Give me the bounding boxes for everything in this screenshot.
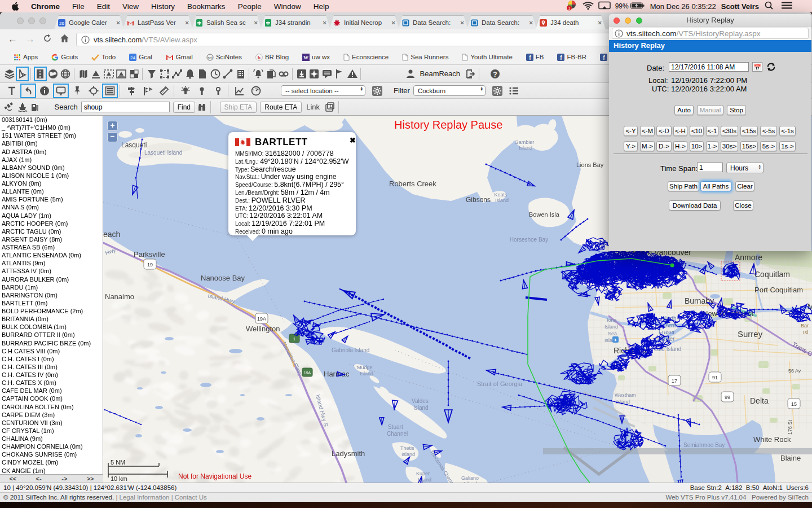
svg-text:?: ? [493, 70, 497, 78]
svg-text:Iona: Iona [607, 317, 617, 323]
svg-text:Nanaimo: Nanaimo [105, 292, 134, 301]
svg-text:W: W [303, 55, 308, 60]
svg-text:1: 1 [293, 337, 295, 341]
svg-text:Gabriola Island: Gabriola Island [332, 347, 369, 353]
svg-text:Parksville: Parksville [134, 250, 165, 259]
svg-text:24: 24 [130, 55, 135, 60]
svg-text:Gambier: Gambier [515, 139, 535, 145]
svg-text:Lions Bay: Lions Bay [576, 161, 604, 168]
svg-text:19A: 19A [257, 316, 266, 322]
svg-text:Port Coquitlam: Port Coquitlam [754, 286, 803, 294]
svg-text:Semiahmoo Bay: Semiahmoo Bay [683, 442, 725, 448]
svg-text:99: 99 [725, 395, 730, 400]
svg-text:Harmac: Harmac [324, 370, 350, 378]
svg-text:Strait of Georgia: Strait of Georgia [477, 380, 523, 387]
svg-text:Delta: Delta [750, 396, 769, 405]
svg-text:56 Av: 56 Av [788, 368, 801, 374]
svg-text:Nanoose Bay: Nanoose Bay [201, 274, 245, 282]
svg-text:Roberts Creek: Roberts Creek [389, 179, 436, 188]
svg-text:Gibsons: Gibsons [466, 196, 491, 204]
svg-text:10 km: 10 km [111, 475, 127, 482]
svg-text:Kuper: Kuper [416, 471, 430, 476]
svg-text:✈: ✈ [614, 338, 617, 343]
svg-text:Thetis: Thetis [400, 445, 414, 451]
svg-text:Blaine: Blaine [780, 454, 801, 462]
svg-text:15: 15 [791, 401, 797, 407]
svg-text:Island: Island [604, 324, 618, 330]
svg-text:b: b [258, 55, 261, 60]
svg-text:26: 26 [59, 21, 64, 26]
svg-text:Sea: Sea [608, 331, 617, 336]
svg-text:17: 17 [672, 378, 677, 384]
svg-text:M: M [807, 302, 812, 311]
svg-text:Island: Island [495, 198, 509, 203]
svg-text:19A: 19A [304, 371, 311, 375]
svg-text:Coquitlam: Coquitlam [754, 270, 790, 279]
svg-text:History Replay Pause: History Replay Pause [394, 119, 502, 131]
svg-text:5 NM: 5 NM [111, 459, 125, 466]
svg-text:Lasqueti Island: Lasqueti Island [144, 150, 182, 156]
svg-text:each: each [103, 230, 120, 239]
svg-text:Valdes: Valdes [412, 398, 429, 404]
svg-text:Island: Island [519, 145, 532, 151]
svg-text:sci: sci [208, 55, 213, 59]
svg-text:Island: Island [401, 452, 415, 457]
svg-text:Anmore: Anmore [735, 253, 762, 262]
svg-text:Mudge: Mudge [357, 365, 373, 370]
svg-text:Lasqueti: Lasqueti [121, 141, 147, 149]
svg-text:Ladysmith: Ladysmith [332, 449, 365, 458]
svg-text:91: 91 [712, 375, 718, 380]
svg-text:Surrey: Surrey [738, 329, 763, 339]
svg-text:Galiano: Galiano [461, 475, 479, 481]
svg-text:1: 1 [568, 6, 570, 10]
svg-text:19: 19 [147, 262, 153, 268]
svg-text:Westham: Westham [615, 392, 636, 398]
svg-text:White Rock: White Rock [753, 435, 791, 444]
svg-text:Island: Island [360, 371, 373, 376]
svg-text:Not for Navigational Use: Not for Navigational Use [178, 472, 251, 480]
svg-text:1: 1 [329, 103, 332, 109]
svg-text:Bowen Isla: Bowen Isla [529, 211, 560, 218]
svg-text:Keats: Keats [494, 192, 508, 198]
svg-text:Horseshoe Bay: Horseshoe Bay [510, 237, 548, 243]
svg-text:Bar: Bar [801, 323, 809, 329]
svg-text:Isl: Isl [803, 330, 808, 335]
svg-text:Wellington: Wellington [246, 325, 280, 333]
svg-text:Island: Island [413, 405, 429, 411]
svg-text:176 St: 176 St [787, 419, 793, 435]
svg-text:Channel: Channel [387, 431, 408, 437]
svg-text:Stuart: Stuart [388, 424, 403, 430]
